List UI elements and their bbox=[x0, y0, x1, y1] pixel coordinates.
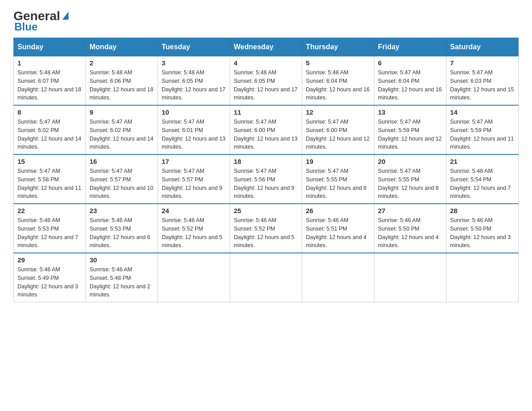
day-number: 7 bbox=[450, 59, 515, 67]
day-number: 24 bbox=[162, 207, 226, 214]
day-number: 15 bbox=[17, 158, 82, 165]
day-number: 16 bbox=[90, 158, 154, 165]
logo: General Blue bbox=[13, 9, 69, 33]
day-info: Sunrise: 5:46 AM Sunset: 5:48 PM Dayligh… bbox=[90, 265, 154, 299]
day-info: Sunrise: 5:47 AM Sunset: 6:04 PM Dayligh… bbox=[378, 68, 442, 102]
calendar-header-friday: Friday bbox=[374, 38, 446, 56]
day-info: Sunrise: 5:47 AM Sunset: 5:59 PM Dayligh… bbox=[378, 118, 442, 151]
day-number: 28 bbox=[450, 207, 515, 214]
day-number: 26 bbox=[306, 207, 370, 214]
calendar-cell: 25 Sunrise: 5:46 AM Sunset: 5:52 PM Dayl… bbox=[230, 204, 302, 253]
calendar-header-tuesday: Tuesday bbox=[158, 38, 230, 56]
day-number: 29 bbox=[17, 256, 82, 264]
calendar-cell bbox=[158, 253, 230, 302]
day-info: Sunrise: 5:47 AM Sunset: 6:02 PM Dayligh… bbox=[90, 118, 154, 151]
logo-blue: Blue bbox=[13, 21, 38, 33]
day-info: Sunrise: 5:48 AM Sunset: 6:05 PM Dayligh… bbox=[162, 68, 226, 102]
day-info: Sunrise: 5:46 AM Sunset: 5:50 PM Dayligh… bbox=[450, 216, 515, 250]
calendar-header-row: SundayMondayTuesdayWednesdayThursdayFrid… bbox=[14, 38, 519, 56]
calendar-cell bbox=[230, 253, 302, 302]
calendar-header-saturday: Saturday bbox=[446, 38, 519, 56]
day-number: 17 bbox=[162, 158, 226, 165]
calendar-week-3: 15 Sunrise: 5:47 AM Sunset: 5:58 PM Dayl… bbox=[14, 154, 519, 204]
day-number: 22 bbox=[17, 207, 82, 214]
calendar-cell: 9 Sunrise: 5:47 AM Sunset: 6:02 PM Dayli… bbox=[86, 105, 158, 154]
calendar-cell: 19 Sunrise: 5:47 AM Sunset: 5:55 PM Dayl… bbox=[302, 154, 374, 204]
day-info: Sunrise: 5:46 AM Sunset: 5:52 PM Dayligh… bbox=[162, 216, 226, 250]
day-info: Sunrise: 5:47 AM Sunset: 6:00 PM Dayligh… bbox=[306, 118, 370, 151]
day-info: Sunrise: 5:46 AM Sunset: 5:49 PM Dayligh… bbox=[17, 265, 82, 299]
day-info: Sunrise: 5:46 AM Sunset: 5:51 PM Dayligh… bbox=[306, 216, 370, 250]
calendar-cell: 20 Sunrise: 5:47 AM Sunset: 5:55 PM Dayl… bbox=[374, 154, 446, 204]
calendar-cell: 3 Sunrise: 5:48 AM Sunset: 6:05 PM Dayli… bbox=[158, 56, 230, 105]
day-number: 5 bbox=[306, 59, 370, 67]
calendar-week-4: 22 Sunrise: 5:46 AM Sunset: 5:53 PM Dayl… bbox=[14, 204, 519, 253]
calendar-header-sunday: Sunday bbox=[14, 38, 86, 56]
calendar-cell: 8 Sunrise: 5:47 AM Sunset: 6:02 PM Dayli… bbox=[14, 105, 86, 154]
day-info: Sunrise: 5:47 AM Sunset: 6:00 PM Dayligh… bbox=[234, 118, 298, 151]
calendar-cell bbox=[302, 253, 374, 302]
page-header: General Blue bbox=[13, 9, 519, 33]
calendar-cell: 24 Sunrise: 5:46 AM Sunset: 5:52 PM Dayl… bbox=[158, 204, 230, 253]
calendar-cell: 27 Sunrise: 5:46 AM Sunset: 5:50 PM Dayl… bbox=[374, 204, 446, 253]
calendar-cell: 30 Sunrise: 5:46 AM Sunset: 5:48 PM Dayl… bbox=[86, 253, 158, 302]
calendar-cell: 5 Sunrise: 5:48 AM Sunset: 6:04 PM Dayli… bbox=[302, 56, 374, 105]
day-info: Sunrise: 5:46 AM Sunset: 5:53 PM Dayligh… bbox=[17, 216, 82, 250]
day-info: Sunrise: 5:46 AM Sunset: 5:50 PM Dayligh… bbox=[378, 216, 442, 250]
calendar-cell: 29 Sunrise: 5:46 AM Sunset: 5:49 PM Dayl… bbox=[14, 253, 86, 302]
day-number: 3 bbox=[162, 59, 226, 67]
day-info: Sunrise: 5:46 AM Sunset: 5:53 PM Dayligh… bbox=[90, 216, 154, 250]
day-number: 12 bbox=[306, 108, 370, 116]
calendar-cell: 2 Sunrise: 5:48 AM Sunset: 6:06 PM Dayli… bbox=[86, 56, 158, 105]
calendar-cell: 15 Sunrise: 5:47 AM Sunset: 5:58 PM Dayl… bbox=[14, 154, 86, 204]
calendar-cell: 14 Sunrise: 5:47 AM Sunset: 5:59 PM Dayl… bbox=[446, 105, 519, 154]
calendar-cell: 17 Sunrise: 5:47 AM Sunset: 5:57 PM Dayl… bbox=[158, 154, 230, 204]
day-info: Sunrise: 5:47 AM Sunset: 6:03 PM Dayligh… bbox=[450, 68, 515, 102]
day-info: Sunrise: 5:48 AM Sunset: 6:05 PM Dayligh… bbox=[234, 68, 298, 102]
day-number: 4 bbox=[234, 59, 298, 67]
day-number: 27 bbox=[378, 207, 442, 214]
day-info: Sunrise: 5:46 AM Sunset: 5:52 PM Dayligh… bbox=[234, 216, 298, 250]
day-info: Sunrise: 5:47 AM Sunset: 5:57 PM Dayligh… bbox=[162, 167, 226, 201]
day-info: Sunrise: 5:47 AM Sunset: 5:57 PM Dayligh… bbox=[90, 167, 154, 201]
calendar-cell: 10 Sunrise: 5:47 AM Sunset: 6:01 PM Dayl… bbox=[158, 105, 230, 154]
calendar-cell: 23 Sunrise: 5:46 AM Sunset: 5:53 PM Dayl… bbox=[86, 204, 158, 253]
day-number: 11 bbox=[234, 108, 298, 116]
day-number: 8 bbox=[17, 108, 82, 116]
calendar-cell: 13 Sunrise: 5:47 AM Sunset: 5:59 PM Dayl… bbox=[374, 105, 446, 154]
day-number: 1 bbox=[17, 59, 82, 67]
day-info: Sunrise: 5:48 AM Sunset: 6:06 PM Dayligh… bbox=[90, 68, 154, 102]
day-number: 18 bbox=[234, 158, 298, 165]
calendar-cell: 7 Sunrise: 5:47 AM Sunset: 6:03 PM Dayli… bbox=[446, 56, 519, 105]
day-info: Sunrise: 5:47 AM Sunset: 5:55 PM Dayligh… bbox=[378, 167, 442, 201]
day-number: 25 bbox=[234, 207, 298, 214]
calendar-header-wednesday: Wednesday bbox=[230, 38, 302, 56]
day-number: 30 bbox=[90, 256, 154, 264]
calendar-cell: 26 Sunrise: 5:46 AM Sunset: 5:51 PM Dayl… bbox=[302, 204, 374, 253]
calendar-cell bbox=[446, 253, 519, 302]
day-info: Sunrise: 5:46 AM Sunset: 5:54 PM Dayligh… bbox=[450, 167, 515, 201]
calendar-table: SundayMondayTuesdayWednesdayThursdayFrid… bbox=[13, 38, 519, 302]
calendar-cell bbox=[374, 253, 446, 302]
calendar-header-monday: Monday bbox=[86, 38, 158, 56]
day-info: Sunrise: 5:48 AM Sunset: 6:07 PM Dayligh… bbox=[17, 68, 82, 102]
calendar-cell: 6 Sunrise: 5:47 AM Sunset: 6:04 PM Dayli… bbox=[374, 56, 446, 105]
day-number: 20 bbox=[378, 158, 442, 165]
calendar-cell: 11 Sunrise: 5:47 AM Sunset: 6:00 PM Dayl… bbox=[230, 105, 302, 154]
calendar-cell: 28 Sunrise: 5:46 AM Sunset: 5:50 PM Dayl… bbox=[446, 204, 519, 253]
calendar-cell: 22 Sunrise: 5:46 AM Sunset: 5:53 PM Dayl… bbox=[14, 204, 86, 253]
logo-triangle-icon bbox=[62, 12, 69, 20]
calendar-cell: 16 Sunrise: 5:47 AM Sunset: 5:57 PM Dayl… bbox=[86, 154, 158, 204]
calendar-cell: 1 Sunrise: 5:48 AM Sunset: 6:07 PM Dayli… bbox=[14, 56, 86, 105]
day-info: Sunrise: 5:48 AM Sunset: 6:04 PM Dayligh… bbox=[306, 68, 370, 102]
day-number: 13 bbox=[378, 108, 442, 116]
calendar-cell: 4 Sunrise: 5:48 AM Sunset: 6:05 PM Dayli… bbox=[230, 56, 302, 105]
day-number: 6 bbox=[378, 59, 442, 67]
calendar-header-thursday: Thursday bbox=[302, 38, 374, 56]
day-number: 9 bbox=[90, 108, 154, 116]
day-info: Sunrise: 5:47 AM Sunset: 6:01 PM Dayligh… bbox=[162, 118, 226, 151]
calendar-week-5: 29 Sunrise: 5:46 AM Sunset: 5:49 PM Dayl… bbox=[14, 253, 519, 302]
day-number: 10 bbox=[162, 108, 226, 116]
calendar-week-1: 1 Sunrise: 5:48 AM Sunset: 6:07 PM Dayli… bbox=[14, 56, 519, 105]
calendar-week-2: 8 Sunrise: 5:47 AM Sunset: 6:02 PM Dayli… bbox=[14, 105, 519, 154]
